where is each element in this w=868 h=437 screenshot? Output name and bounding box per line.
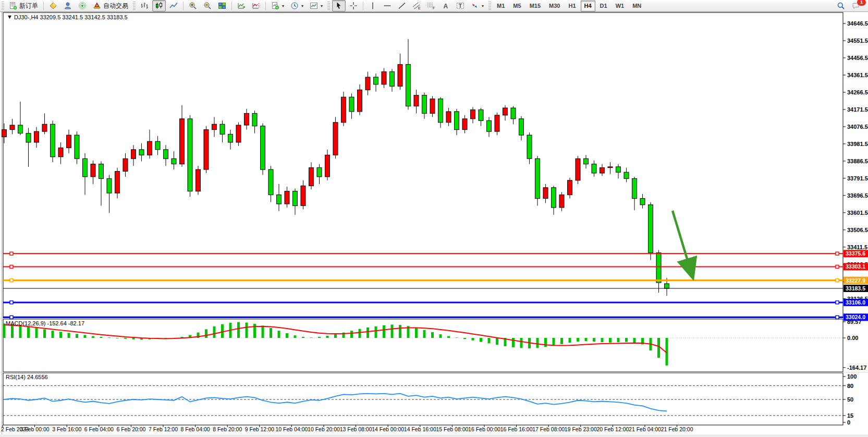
candle	[616, 167, 621, 172]
candle	[656, 253, 661, 283]
svg-text:F: F	[433, 6, 435, 10]
timeframe-m15[interactable]: M15	[526, 1, 544, 11]
candle	[511, 108, 516, 119]
toolbar-grip[interactable]	[2, 2, 4, 10]
search-button[interactable]	[834, 0, 848, 11]
svg-text:10 Feb 20:00: 10 Feb 20:00	[308, 426, 340, 432]
candle	[18, 125, 23, 133]
svg-text:33106.0: 33106.0	[846, 299, 865, 306]
timeframe-m30[interactable]: M30	[545, 1, 564, 11]
chart-dropdown-icon[interactable]: ▼	[7, 14, 13, 20]
line-chart-button[interactable]	[167, 0, 180, 11]
candle	[155, 141, 160, 150]
svg-text:9 Feb 12:00: 9 Feb 12:00	[245, 426, 274, 432]
cursor-tool-button[interactable]	[332, 0, 346, 11]
arrows-tool-button[interactable]: ▾	[468, 0, 486, 11]
time-axis[interactable]: 2 Feb 20233 Feb 00:003 Feb 16:006 Feb 04…	[1, 425, 693, 432]
crosshair-tool-button[interactable]	[347, 0, 360, 11]
autotrade-button[interactable]: 自动交易	[90, 0, 131, 11]
toolbar-separator	[265, 2, 266, 10]
equidistant-channel-tool-button[interactable]: E	[410, 0, 423, 11]
candle	[398, 65, 402, 87]
label-tool-button[interactable]: T	[454, 0, 467, 11]
new-order-button[interactable]: 新订单	[6, 0, 41, 11]
candle	[180, 119, 185, 164]
svg-text:A: A	[444, 3, 448, 10]
svg-text:33375.6: 33375.6	[846, 250, 865, 257]
new-order-icon	[9, 2, 17, 10]
candle	[649, 205, 653, 253]
candle	[592, 164, 596, 173]
candle	[462, 119, 467, 130]
svg-text:13 Feb 08:00: 13 Feb 08:00	[340, 426, 372, 432]
tile-windows-button[interactable]	[215, 0, 229, 11]
chart-canvas[interactable]: 34646.534551.534456.534361.534266.534171…	[0, 0, 868, 437]
svg-text:33981.5: 33981.5	[847, 141, 868, 147]
indicators-button[interactable]: ▾	[268, 0, 287, 11]
new-order-label: 新订单	[19, 2, 38, 10]
chart-shift-button[interactable]	[249, 0, 263, 11]
toolbar-grip[interactable]	[133, 2, 136, 10]
candle	[317, 168, 322, 177]
macd-label: MACD(12,26,9) -152.64 -82.17	[6, 320, 84, 326]
trendline-tool-button[interactable]	[395, 0, 409, 11]
metaeditor-button[interactable]	[46, 0, 60, 11]
svg-text:17 Feb 08:00: 17 Feb 08:00	[532, 426, 565, 432]
vertical-line-tool-button[interactable]	[366, 0, 380, 11]
svg-text:0.00: 0.00	[847, 335, 858, 341]
svg-text:20 Feb 12:00: 20 Feb 12:00	[596, 426, 629, 432]
auto-scroll-button[interactable]	[235, 0, 248, 11]
svg-text:80: 80	[847, 383, 853, 389]
candle	[277, 195, 282, 204]
svg-text:16 Feb 00:00: 16 Feb 00:00	[468, 426, 500, 432]
svg-text:7 Feb 12:00: 7 Feb 12:00	[149, 426, 178, 432]
svg-text:33227.9: 33227.9	[846, 277, 865, 284]
templates-button[interactable]: ▾	[307, 0, 325, 11]
candle	[584, 159, 589, 164]
zoom-in-button[interactable]	[186, 0, 200, 11]
horizontal-line-tool-button[interactable]	[381, 0, 394, 11]
bar-chart-button[interactable]	[138, 0, 151, 11]
candle	[188, 119, 192, 191]
candle	[75, 135, 79, 159]
candle	[665, 284, 669, 288]
candle	[58, 148, 63, 156]
fibonacci-tool-button[interactable]: F	[424, 0, 438, 11]
timeframe-h4[interactable]: H4	[581, 1, 595, 11]
candle	[212, 124, 217, 129]
candle	[123, 159, 128, 171]
fibonacci-icon: F	[427, 2, 435, 10]
signals-button[interactable]	[76, 0, 89, 11]
candle	[455, 112, 459, 130]
panel-separator[interactable]	[0, 372, 868, 373]
text-tool-button[interactable]: A	[439, 0, 453, 11]
chart-title: DJ30-,H4 33209.5 33241.5 33142.5 33183.5	[14, 14, 128, 20]
timeframe-h1[interactable]: H1	[565, 1, 579, 11]
dropdown-caret-icon: ▾	[301, 4, 303, 8]
timeframe-w1[interactable]: W1	[612, 1, 628, 11]
panel-separator[interactable]	[0, 319, 868, 319]
timeframe-d1[interactable]: D1	[596, 1, 611, 11]
svg-text:8 Feb 20:00: 8 Feb 20:00	[213, 426, 242, 432]
candle	[34, 131, 39, 142]
toolbar-grip[interactable]	[327, 2, 330, 10]
candle	[608, 167, 613, 168]
indicators-icon	[271, 2, 279, 10]
candle	[261, 126, 265, 169]
timeframe-m1[interactable]: M1	[493, 1, 508, 11]
candle	[446, 112, 451, 123]
svg-text:15 Feb 08:00: 15 Feb 08:00	[436, 426, 468, 432]
periods-button[interactable]: ▾	[288, 0, 306, 11]
candle	[438, 99, 443, 123]
zoom-out-button[interactable]	[201, 0, 214, 11]
candlestick-chart-button[interactable]	[152, 0, 166, 11]
candle	[91, 164, 95, 177]
timeframe-m5[interactable]: M5	[509, 1, 524, 11]
timeframe-mn[interactable]: MN	[629, 1, 645, 11]
toolbar-separator	[183, 2, 184, 10]
cursor-icon	[335, 2, 343, 10]
community-button[interactable]	[61, 0, 75, 11]
toolbar-grip[interactable]	[488, 2, 491, 10]
notifications-button[interactable]: 1	[849, 0, 863, 11]
zoom-out-icon	[203, 2, 212, 10]
